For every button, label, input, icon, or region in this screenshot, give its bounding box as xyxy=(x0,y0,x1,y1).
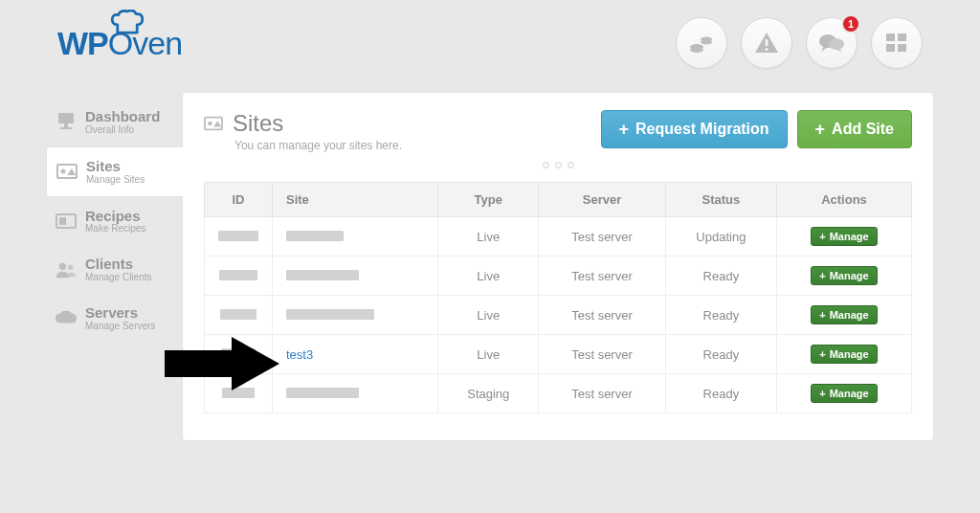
site-link[interactable]: test3 xyxy=(286,347,313,362)
plus-icon: + xyxy=(819,388,825,399)
button-label: Manage xyxy=(830,270,869,281)
cell-id xyxy=(205,217,273,256)
col-site: Site xyxy=(273,183,438,217)
grid-icon xyxy=(886,33,907,53)
plus-icon: + xyxy=(819,348,825,360)
table-row: LiveTest serverReady+Manage xyxy=(205,296,912,335)
svg-rect-4 xyxy=(766,39,768,46)
cell-id xyxy=(205,256,273,296)
annotation-arrow-icon xyxy=(165,337,279,390)
plus-icon: + xyxy=(819,270,825,281)
cell-site xyxy=(273,217,438,256)
add-site-button[interactable]: + Add Site xyxy=(797,110,912,148)
sidebar-label: Clients xyxy=(85,256,151,272)
content-panel: Sites You can manage your sites here. + … xyxy=(182,92,934,441)
cell-type: Live xyxy=(438,296,539,335)
manage-button[interactable]: +Manage xyxy=(811,305,877,324)
plus-icon: + xyxy=(819,309,825,321)
cell-actions: +Manage xyxy=(776,335,911,374)
sidebar-sublabel: Make Recipes xyxy=(85,223,145,234)
button-label: Manage xyxy=(830,309,869,321)
table-row: LiveTest serverReady+Manage xyxy=(205,256,912,296)
plus-icon: + xyxy=(815,121,826,138)
manage-button[interactable]: +Manage xyxy=(811,227,877,246)
page-subtitle: You can manage your sites here. xyxy=(234,139,402,152)
svg-point-5 xyxy=(765,48,768,51)
sidebar-label: Recipes xyxy=(85,209,145,224)
page-title-icon xyxy=(204,115,223,132)
table-row: LiveTest serverUpdating+Manage xyxy=(205,217,912,256)
coins-icon xyxy=(689,33,714,54)
svg-rect-13 xyxy=(64,123,68,127)
button-label: Add Site xyxy=(832,121,894,138)
cell-id xyxy=(205,296,273,335)
svg-point-7 xyxy=(829,38,844,50)
button-label: Request Migration xyxy=(635,121,769,138)
cell-type: Staging xyxy=(438,374,539,413)
manage-button[interactable]: +Manage xyxy=(811,384,877,403)
credits-button[interactable] xyxy=(676,17,727,69)
svg-point-19 xyxy=(59,262,66,269)
cell-type: Live xyxy=(438,217,539,256)
col-server: Server xyxy=(539,183,666,217)
svg-rect-8 xyxy=(886,33,895,41)
sidebar-item-sites[interactable]: Sites Manage Sites xyxy=(46,146,183,197)
svg-rect-9 xyxy=(898,33,906,41)
table-row: StagingTest serverReady+Manage xyxy=(205,374,912,413)
sidebar-item-dashboard[interactable]: Dashboard Overall Info xyxy=(46,98,182,146)
cell-status: Ready xyxy=(665,374,776,413)
sidebar-item-servers[interactable]: Servers Manage Servers xyxy=(46,294,182,343)
cell-server: Test server xyxy=(539,374,666,413)
sidebar-label: Dashboard xyxy=(85,109,160,124)
apps-button[interactable] xyxy=(871,17,923,69)
page-title: Sites xyxy=(233,110,283,137)
sidebar: Dashboard Overall Info Sites Manage Site… xyxy=(46,92,182,441)
svg-point-1 xyxy=(690,47,703,53)
manage-button[interactable]: +Manage xyxy=(811,266,877,285)
plus-icon: + xyxy=(819,231,825,242)
logo[interactable]: WPOven xyxy=(57,27,182,59)
col-actions: Actions xyxy=(776,183,911,217)
sidebar-item-recipes[interactable]: Recipes Make Recipes xyxy=(46,197,182,246)
sidebar-label: Servers xyxy=(85,305,155,321)
logo-text-bold: WP xyxy=(57,25,108,61)
svg-rect-12 xyxy=(58,113,74,123)
svg-rect-10 xyxy=(886,44,895,52)
button-label: Manage xyxy=(830,231,869,242)
messages-button[interactable]: 1 xyxy=(806,17,858,69)
sites-icon xyxy=(56,161,78,182)
cell-actions: +Manage xyxy=(776,296,911,335)
svg-rect-15 xyxy=(57,165,77,178)
dashboard-icon xyxy=(56,111,77,132)
cell-server: Test server xyxy=(539,256,666,296)
svg-point-20 xyxy=(68,264,74,270)
plus-icon: + xyxy=(619,121,630,138)
svg-point-3 xyxy=(701,40,712,45)
cell-actions: +Manage xyxy=(776,217,911,256)
svg-point-16 xyxy=(61,169,66,174)
sidebar-sublabel: Manage Servers xyxy=(85,321,155,331)
col-status: Status xyxy=(665,183,776,217)
sites-table: ID Site Type Server Status Actions LiveT… xyxy=(204,182,912,413)
servers-icon xyxy=(56,307,77,328)
manage-button[interactable]: +Manage xyxy=(811,345,877,364)
cell-server: Test server xyxy=(539,335,666,374)
cell-site xyxy=(273,296,438,335)
warning-icon xyxy=(754,32,779,55)
svg-rect-18 xyxy=(59,217,66,225)
cell-server: Test server xyxy=(539,217,666,256)
svg-rect-14 xyxy=(60,127,72,129)
sidebar-item-clients[interactable]: Clients Manage Clients xyxy=(46,245,182,294)
request-migration-button[interactable]: + Request Migration xyxy=(601,110,788,148)
cell-status: Updating xyxy=(665,217,776,256)
clients-icon xyxy=(56,259,77,280)
alerts-button[interactable] xyxy=(741,17,792,69)
cell-site[interactable]: test3 xyxy=(273,335,438,374)
cell-site xyxy=(273,374,438,413)
button-label: Manage xyxy=(830,388,869,399)
sidebar-label: Sites xyxy=(86,159,145,174)
cell-type: Live xyxy=(438,256,539,296)
cell-type: Live xyxy=(438,335,539,374)
cell-status: Ready xyxy=(665,256,776,296)
chat-icon xyxy=(818,33,845,54)
